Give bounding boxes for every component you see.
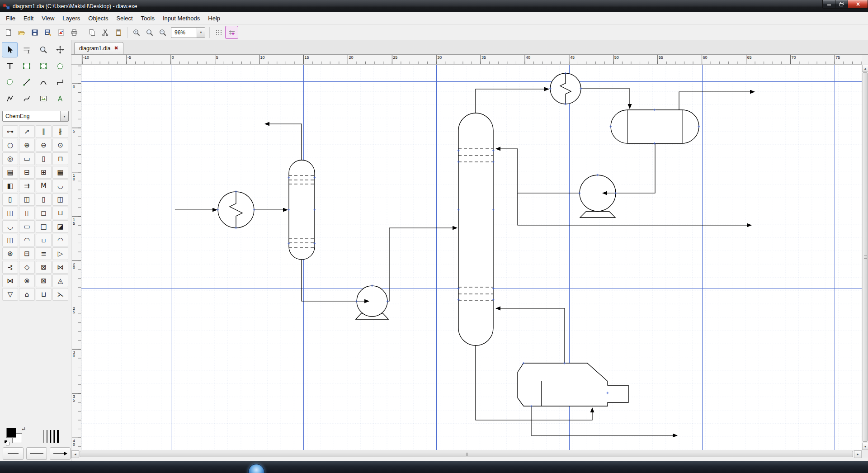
chemeng-shape-42[interactable]: ◇ — [19, 261, 35, 274]
chemeng-shape-12[interactable]: ⊓ — [52, 152, 68, 165]
line-width-selector[interactable] — [40, 427, 61, 445]
chemeng-shape-44[interactable]: ⋈ — [52, 261, 68, 274]
chemeng-shape-30[interactable]: ▭ — [19, 220, 35, 233]
chemeng-shape-9[interactable]: ◎ — [2, 152, 18, 165]
chemeng-shape-45[interactable]: ⋈ — [2, 274, 18, 287]
menu-file[interactable]: File — [2, 13, 19, 24]
chemeng-shape-36[interactable]: ◠ — [52, 234, 68, 246]
scroll-left-icon[interactable]: ◄ — [71, 450, 79, 458]
open-button[interactable] — [15, 26, 28, 39]
tool-zigzagline[interactable] — [52, 75, 68, 90]
vertical-scrollbar-thumb[interactable] — [863, 72, 868, 442]
zoom-out-button[interactable] — [156, 26, 169, 39]
tool-outline[interactable] — [52, 91, 68, 106]
menu-tools[interactable]: Tools — [137, 13, 159, 24]
chemeng-shape-14[interactable]: ⊟ — [19, 166, 35, 179]
chemeng-shape-47[interactable]: ⊠ — [36, 274, 52, 287]
tool-scroll[interactable] — [52, 42, 68, 57]
chemeng-shape-41[interactable]: ⊰ — [2, 261, 18, 274]
chemeng-shape-17[interactable]: ◧ — [2, 180, 18, 192]
page-setup-button[interactable] — [54, 26, 67, 39]
diagram-canvas[interactable] — [81, 65, 862, 450]
save-as-button[interactable] — [41, 26, 54, 39]
paste-button[interactable] — [112, 26, 125, 39]
chemeng-shape-32[interactable]: ◪ — [52, 220, 68, 233]
chemeng-shape-24[interactable]: ◫ — [52, 193, 68, 206]
chemeng-shape-6[interactable]: ⊕ — [19, 139, 35, 151]
tool-text-edit[interactable] — [19, 42, 34, 57]
tool-beziergon[interactable] — [2, 75, 18, 90]
tool-ellipse[interactable] — [35, 58, 51, 74]
close-button[interactable] — [848, 0, 868, 9]
chemeng-shape-49[interactable]: ▽ — [2, 288, 18, 301]
menu-objects[interactable]: Objects — [84, 13, 112, 24]
chemeng-shape-23[interactable]: ▯ — [36, 193, 52, 206]
chemeng-shape-43[interactable]: ⊠ — [36, 261, 52, 274]
new-diagram-button[interactable] — [2, 26, 15, 39]
foreground-color-swatch[interactable] — [6, 428, 16, 438]
chemeng-shape-13[interactable]: ▤ — [2, 166, 18, 179]
copy-button[interactable] — [85, 26, 99, 39]
minimize-button[interactable] — [822, 0, 835, 9]
chemeng-shape-31[interactable]: □ — [36, 220, 52, 233]
zoom-in-button[interactable] — [130, 26, 143, 39]
vertical-scrollbar[interactable]: ▲ ▼ — [862, 65, 868, 450]
chemeng-shape-34[interactable]: ◠ — [19, 234, 35, 246]
chemeng-shape-35[interactable]: ▫ — [36, 234, 52, 246]
chemeng-shape-2[interactable]: ↗ — [19, 125, 35, 138]
scroll-down-icon[interactable]: ▼ — [862, 443, 868, 450]
chemeng-shape-3[interactable]: ∥ — [36, 125, 52, 138]
tab-diagram1[interactable]: diagram1.dia ✖ — [74, 42, 123, 54]
line-start-style-button[interactable] — [3, 447, 24, 460]
chemeng-shape-33[interactable]: ◫ — [2, 234, 18, 246]
menu-help[interactable]: Help — [204, 13, 224, 24]
chemeng-shape-8[interactable]: ⊙ — [52, 139, 68, 151]
start-orb[interactable] — [248, 464, 264, 473]
tab-close-icon[interactable]: ✖ — [114, 45, 118, 51]
tool-modify[interactable] — [2, 42, 18, 57]
menu-select[interactable]: Select — [112, 13, 137, 24]
tool-polygon[interactable] — [52, 58, 68, 74]
snap-to-objects-toggle[interactable] — [225, 26, 238, 39]
chemeng-shape-26[interactable]: ▯ — [19, 207, 35, 219]
tool-box[interactable] — [19, 58, 34, 74]
chemeng-shape-15[interactable]: ⊞ — [36, 166, 52, 179]
chemeng-shape-22[interactable]: ◫ — [19, 193, 35, 206]
swap-colors-icon[interactable]: ⇄ — [22, 426, 25, 431]
tool-bezierline[interactable] — [19, 91, 34, 106]
chemeng-shape-25[interactable]: ◫ — [2, 207, 18, 219]
tool-magnify[interactable] — [35, 42, 51, 57]
chemeng-shape-28[interactable]: ⊔ — [52, 207, 68, 219]
chemeng-shape-46[interactable]: ⊗ — [19, 274, 35, 287]
line-style-button[interactable] — [26, 447, 47, 460]
reflux-drum[interactable] — [611, 110, 699, 143]
chemeng-shape-51[interactable]: ⊔ — [36, 288, 52, 301]
print-button[interactable] — [67, 26, 80, 39]
chemeng-shape-19[interactable]: M — [36, 180, 52, 192]
column-small[interactable] — [289, 160, 315, 260]
toggle-grid-button[interactable] — [212, 26, 225, 39]
chemeng-shape-29[interactable]: ◡ — [2, 220, 18, 233]
chemeng-shape-10[interactable]: ▭ — [19, 152, 35, 165]
scroll-up-icon[interactable]: ▲ — [862, 65, 868, 72]
chemeng-shape-20[interactable]: ◡ — [52, 180, 68, 192]
menu-input-methods[interactable]: Input Methods — [159, 13, 204, 24]
chemeng-shape-16[interactable]: ▦ — [52, 166, 68, 179]
chemeng-shape-4[interactable]: ∦ — [52, 125, 68, 138]
chemeng-shape-18[interactable]: ⇉ — [19, 180, 35, 192]
tool-polyline[interactable] — [2, 91, 18, 106]
pump-1[interactable] — [356, 286, 388, 319]
heat-exchanger-1[interactable] — [218, 192, 254, 228]
menu-edit[interactable]: Edit — [19, 13, 38, 24]
tool-arc[interactable] — [35, 75, 51, 90]
save-button[interactable] — [28, 26, 41, 39]
chemeng-shape-38[interactable]: ⊟ — [19, 247, 35, 260]
zoom-level-combo[interactable]: 96% ▼ — [171, 27, 205, 38]
chemeng-shape-48[interactable]: ◬ — [52, 274, 68, 287]
horizontal-scrollbar[interactable]: ◄ ► — [71, 450, 862, 458]
chemeng-shape-40[interactable]: ▷ — [52, 247, 68, 260]
chemeng-shape-7[interactable]: ⊖ — [36, 139, 52, 151]
tool-image[interactable] — [35, 91, 51, 106]
sheet-dropdown-arrow-icon[interactable]: ▼ — [60, 111, 68, 121]
chemeng-shape-21[interactable]: ▯ — [2, 193, 18, 206]
